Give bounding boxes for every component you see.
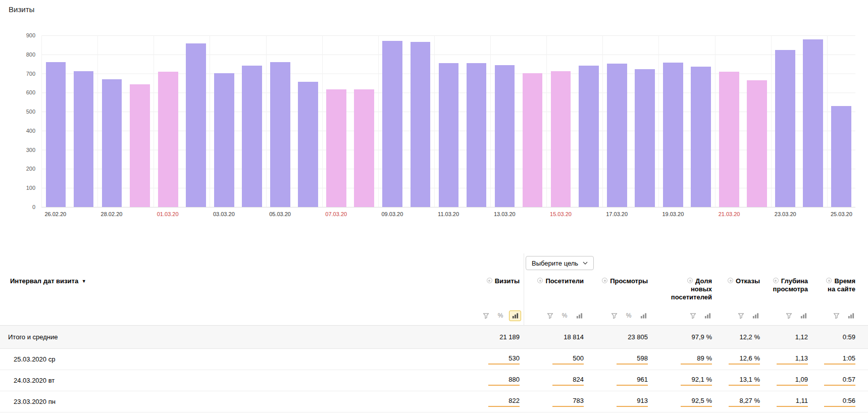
tools-visits: % bbox=[473, 310, 524, 321]
x-tick-label: 01.03.20 bbox=[157, 211, 179, 217]
filter-icon bbox=[483, 313, 489, 319]
metric-circle-icon[interactable] bbox=[602, 278, 607, 283]
bar-25.03.20[interactable] bbox=[831, 106, 851, 207]
goal-selector-button[interactable]: Выберите цель bbox=[526, 256, 594, 270]
bar-21.03.20[interactable] bbox=[719, 72, 739, 207]
filter-tool-button[interactable] bbox=[735, 310, 747, 321]
metric-value: 89 % bbox=[681, 354, 712, 365]
bar-20.03.20[interactable] bbox=[691, 67, 711, 207]
chart-icon bbox=[848, 313, 854, 319]
chart-tool-button[interactable] bbox=[573, 310, 585, 321]
column-header-label: новых bbox=[691, 285, 712, 293]
bar-slot bbox=[827, 35, 855, 207]
column-header-label: Время bbox=[834, 277, 855, 285]
metric-circle-icon[interactable] bbox=[487, 278, 492, 283]
filter-tool-button[interactable] bbox=[480, 310, 492, 321]
metric-value: 1,09 bbox=[777, 376, 808, 386]
percent-tool-button[interactable]: % bbox=[558, 310, 571, 321]
filter-tool-button[interactable] bbox=[783, 310, 795, 321]
row-value-time-on-site: 0:57 bbox=[812, 376, 859, 386]
chart-tool-button[interactable] bbox=[509, 310, 521, 321]
bar-17.03.20[interactable] bbox=[607, 64, 627, 207]
bar-29.02.20[interactable] bbox=[130, 84, 150, 207]
row-date: 25.03.2020 ср bbox=[0, 355, 473, 363]
column-header-visitors[interactable]: Посетители bbox=[524, 277, 588, 285]
bar-15.03.20[interactable] bbox=[551, 71, 571, 207]
chart-icon bbox=[512, 313, 519, 319]
bar-03.03.20[interactable] bbox=[214, 73, 234, 207]
bar-14.03.20[interactable] bbox=[523, 73, 543, 207]
metric-circle-icon[interactable] bbox=[826, 278, 832, 283]
metric-circle-icon[interactable] bbox=[537, 278, 543, 283]
bar-24.03.20[interactable] bbox=[803, 39, 823, 207]
bar-16.03.20[interactable] bbox=[579, 66, 599, 207]
chart-tool-button[interactable] bbox=[637, 310, 649, 321]
chart-tool-button[interactable] bbox=[749, 310, 761, 321]
row-value-pageviews: 913 bbox=[588, 397, 652, 407]
table-row[interactable]: 25.03.2020 ср53050059889 %12,6 %1,131:05 bbox=[0, 349, 868, 370]
dimension-header[interactable]: Интервал дат визита ▼ bbox=[0, 277, 473, 286]
bar-02.03.20[interactable] bbox=[186, 43, 206, 207]
metric-value: 0:56 bbox=[824, 397, 855, 407]
bar-26.02.20[interactable] bbox=[46, 62, 66, 207]
bar-slot bbox=[463, 35, 490, 207]
column-header-visits[interactable]: Визиты bbox=[473, 277, 524, 285]
bar-slot bbox=[406, 35, 434, 207]
row-value-depth: 1,13 bbox=[764, 354, 812, 365]
bar-09.03.20[interactable] bbox=[382, 41, 402, 207]
totals-value-visits: 21 189 bbox=[473, 333, 524, 341]
metric-value: 530 bbox=[488, 354, 520, 365]
chart-tool-button[interactable] bbox=[845, 310, 857, 321]
column-header-pageviews[interactable]: Просмотры bbox=[588, 277, 652, 285]
chart-icon bbox=[576, 313, 583, 319]
bar-12.03.20[interactable] bbox=[467, 63, 487, 207]
plot-area bbox=[41, 35, 855, 208]
bar-slot bbox=[294, 35, 322, 207]
bar-18.03.20[interactable] bbox=[635, 69, 655, 207]
column-header-new-visitors-share[interactable]: Доляновыхпосетителей bbox=[652, 277, 716, 301]
bar-05.03.20[interactable] bbox=[270, 62, 290, 207]
bar-11.03.20[interactable] bbox=[439, 63, 459, 207]
bar-19.03.20[interactable] bbox=[663, 63, 683, 207]
metric-circle-icon[interactable] bbox=[728, 278, 733, 283]
x-tick-slot: 17.03.20 bbox=[603, 211, 631, 219]
metric-value: 1,11 bbox=[777, 397, 808, 407]
chart-icon bbox=[800, 313, 807, 319]
filter-tool-button[interactable] bbox=[687, 310, 699, 321]
bar-slot bbox=[602, 35, 631, 207]
x-tick-slot: 09.03.20 bbox=[378, 211, 406, 219]
column-header-depth[interactable]: Глубинапросмотра bbox=[764, 277, 812, 293]
filter-icon bbox=[690, 313, 696, 319]
bar-10.03.20[interactable] bbox=[411, 42, 431, 207]
column-header-bounces[interactable]: Отказы bbox=[716, 277, 764, 285]
column-header-label: просмотра bbox=[773, 285, 808, 293]
x-tick-label: 15.03.20 bbox=[550, 211, 572, 217]
bar-23.03.20[interactable] bbox=[775, 50, 795, 207]
chart-tool-button[interactable] bbox=[701, 310, 713, 321]
bar-13.03.20[interactable] bbox=[495, 65, 515, 207]
bar-06.03.20[interactable] bbox=[298, 82, 318, 207]
bar-08.03.20[interactable] bbox=[354, 89, 374, 207]
chart-tool-button[interactable] bbox=[797, 310, 809, 321]
table-row[interactable]: 24.03.2020 вт88082496192,1 %13,1 %1,090:… bbox=[0, 370, 868, 391]
bar-22.03.20[interactable] bbox=[747, 80, 767, 207]
bar-04.03.20[interactable] bbox=[242, 66, 262, 207]
bar-01.03.20[interactable] bbox=[158, 72, 178, 207]
column-header-time-on-site[interactable]: Времяна сайте bbox=[812, 277, 859, 293]
bar-27.02.20[interactable] bbox=[74, 71, 94, 207]
tools-pageviews: % bbox=[588, 310, 652, 321]
totals-value-depth: 1,12 bbox=[764, 333, 812, 341]
metric-circle-icon[interactable] bbox=[773, 278, 779, 283]
row-value-depth: 1,09 bbox=[764, 376, 812, 386]
x-tick-slot bbox=[575, 211, 603, 219]
bar-28.02.20[interactable] bbox=[102, 79, 122, 207]
metric-value: 13,1 % bbox=[729, 376, 760, 386]
table-row[interactable]: 23.03.2020 пн82278391392,5 %8,27 %1,110:… bbox=[0, 391, 868, 412]
bar-07.03.20[interactable] bbox=[326, 89, 346, 207]
filter-tool-button[interactable] bbox=[830, 310, 842, 321]
percent-tool-button[interactable]: % bbox=[494, 310, 506, 321]
filter-tool-button[interactable] bbox=[544, 310, 556, 321]
metric-circle-icon[interactable] bbox=[687, 278, 693, 283]
percent-tool-button[interactable]: % bbox=[623, 310, 635, 321]
filter-tool-button[interactable] bbox=[608, 310, 620, 321]
